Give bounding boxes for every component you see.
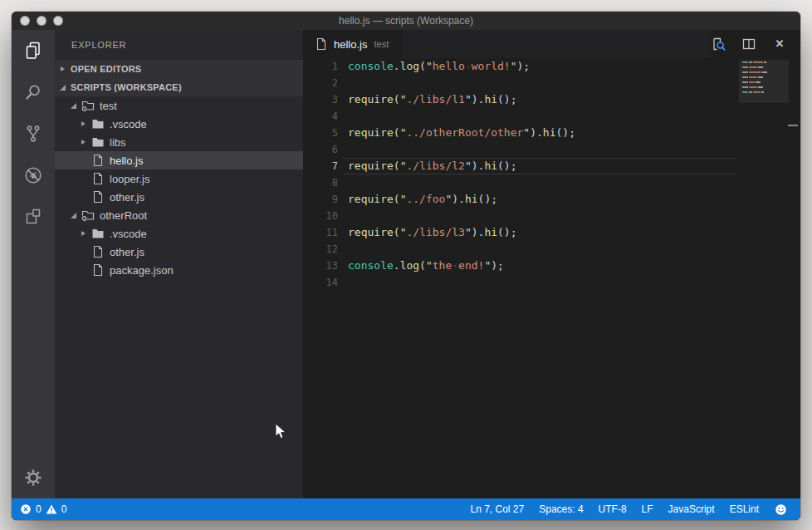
code-line-4[interactable]: 4 [303, 108, 800, 125]
activity-settings-icon[interactable] [12, 457, 55, 498]
status-language-mode[interactable]: JavaScript [661, 503, 722, 515]
close-icon[interactable]: ✕ [772, 37, 787, 52]
folder-icon [91, 117, 105, 130]
code-line-2[interactable]: 2 [303, 75, 800, 91]
tree-item-other-js[interactable]: other.js [55, 188, 303, 206]
line-number[interactable]: 10 [303, 208, 343, 224]
vscode-window: hello.js — scripts (Workspace) EXPLORER … [12, 12, 800, 520]
line-content[interactable]: require("../foo").hi(); [343, 191, 736, 208]
status-cursor-position[interactable]: Ln 7, Col 27 [463, 503, 532, 515]
line-number[interactable]: 5 [303, 125, 343, 141]
split-editor-icon[interactable] [741, 37, 756, 52]
activity-extensions-icon[interactable] [12, 196, 55, 238]
line-content[interactable]: console.log("hello·world!"); [343, 58, 736, 75]
window-title: hello.js — scripts (Workspace) [339, 15, 473, 27]
tree-item-test[interactable]: test [55, 96, 303, 115]
tab-folder-hint: test [374, 39, 389, 49]
desktop-background: hello.js — scripts (Workspace) EXPLORER … [0, 0, 812, 530]
status-eslint-status[interactable]: ESLint [722, 503, 766, 515]
line-content[interactable]: require("./libs/l1").hi(); [343, 91, 736, 108]
tree-item-label: libs [110, 136, 126, 149]
activity-explorer-icon[interactable] [12, 30, 55, 71]
tab-label: hello.js [334, 38, 367, 51]
folder-icon [91, 227, 105, 240]
chevron-expanded-icon[interactable] [70, 211, 78, 219]
line-number[interactable]: 8 [303, 174, 343, 191]
line-number[interactable]: 6 [303, 141, 343, 158]
activity-source-control-icon[interactable] [12, 113, 55, 155]
folder-icon [91, 135, 105, 149]
line-content[interactable]: require("./libs/l3").hi(); [343, 224, 736, 241]
search-in-file-icon[interactable] [711, 37, 726, 52]
code-line-7[interactable]: 7require("./libs/l2").hi(); [303, 158, 800, 174]
code-line-9[interactable]: 9require("../foo").hi(); [303, 191, 800, 208]
close-window-button[interactable] [20, 16, 30, 26]
line-content[interactable] [343, 141, 736, 158]
line-content[interactable] [343, 208, 736, 224]
twistie-spacer [80, 248, 88, 256]
code-line-11[interactable]: 11require("./libs/l3").hi(); [303, 224, 800, 241]
code-line-13[interactable]: 13console.log("the·end!"); [303, 258, 800, 274]
chevron-collapsed-icon [59, 65, 67, 73]
tree-item-other-js[interactable]: other.js [55, 243, 303, 261]
code-line-12[interactable]: 12 [303, 241, 800, 258]
tab-hello-js[interactable]: hello.js test [303, 30, 402, 58]
tree-item-libs[interactable]: libs [55, 133, 303, 151]
tree-item-package-json[interactable]: package.json [55, 261, 303, 279]
tree-item-label: other.js [110, 246, 144, 258]
line-content[interactable] [343, 174, 736, 191]
warning-count[interactable]: 0 [61, 503, 67, 515]
section-header-scripts-workspace[interactable]: SCRIPTS (WORKSPACE) [55, 78, 303, 96]
window-controls [20, 12, 63, 30]
line-number[interactable]: 11 [303, 224, 343, 241]
tree-item-looper-js[interactable]: looper.js [55, 169, 303, 188]
file-icon [91, 245, 105, 258]
line-number[interactable]: 7 [303, 158, 343, 174]
tree-item-hello-js[interactable]: hello.js [55, 151, 303, 169]
code-line-10[interactable]: 10 [303, 208, 800, 224]
line-content[interactable] [343, 241, 736, 258]
line-number[interactable]: 4 [303, 108, 343, 125]
line-number[interactable]: 2 [303, 75, 343, 91]
code-line-5[interactable]: 5require("../otherRoot/other").hi(); [303, 125, 800, 141]
line-number[interactable]: 13 [303, 258, 343, 274]
line-content[interactable]: console.log("the·end!"); [343, 258, 736, 274]
line-number[interactable]: 14 [303, 274, 343, 291]
status-eol[interactable]: LF [634, 503, 661, 515]
line-content[interactable] [343, 75, 736, 91]
activity-search-icon[interactable] [12, 71, 55, 113]
activity-debug-icon[interactable] [12, 155, 55, 196]
code-line-6[interactable]: 6 [303, 141, 800, 158]
chevron-expanded-icon[interactable] [70, 101, 78, 110]
minimap[interactable] [739, 58, 789, 498]
code-line-1[interactable]: 1console.log("hello·world!"); [303, 58, 800, 75]
status-encoding[interactable]: UTF-8 [591, 503, 634, 515]
line-number[interactable]: 1 [303, 58, 343, 75]
line-number[interactable]: 3 [303, 91, 343, 108]
minimize-window-button[interactable] [37, 16, 46, 26]
twistie-spacer [80, 193, 88, 201]
problems-status[interactable]: 0 0 [12, 503, 66, 515]
tree-item-vscode[interactable]: .vscode [55, 115, 303, 133]
tree-item-otherroot[interactable]: otherRoot [55, 206, 303, 224]
line-content[interactable]: require("../otherRoot/other").hi(); [343, 125, 736, 141]
chevron-collapsed-icon[interactable] [80, 138, 88, 146]
code-line-8[interactable]: 8 [303, 174, 800, 191]
line-content[interactable] [343, 274, 736, 291]
feedback-smiley-icon[interactable] [766, 503, 790, 516]
tree-item-vscode[interactable]: .vscode [55, 224, 303, 243]
error-count[interactable]: 0 [36, 503, 42, 515]
twistie-spacer [80, 174, 88, 183]
code-line-14[interactable]: 14 [303, 274, 800, 291]
status-indentation[interactable]: Spaces: 4 [531, 503, 590, 515]
line-content[interactable]: require("./libs/l2").hi(); [343, 158, 736, 174]
section-header-open-editors[interactable]: OPEN EDITORS [55, 60, 303, 78]
code-line-3[interactable]: 3require("./libs/l1").hi(); [303, 91, 800, 108]
activity-bar-spacer [12, 238, 55, 457]
line-number[interactable]: 12 [303, 241, 343, 258]
line-content[interactable] [343, 108, 736, 125]
zoom-window-button[interactable] [53, 16, 63, 26]
line-number[interactable]: 9 [303, 191, 343, 208]
chevron-collapsed-icon[interactable] [80, 120, 88, 128]
chevron-collapsed-icon[interactable] [80, 229, 88, 238]
